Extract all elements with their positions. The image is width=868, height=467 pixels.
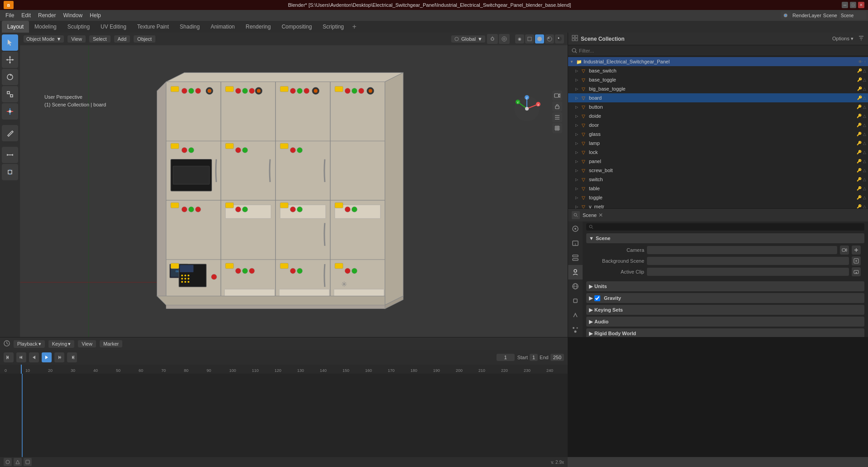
- properties-search-btn[interactable]: [572, 211, 580, 219]
- prop-tab-scene[interactable]: [568, 265, 583, 279]
- object-menu[interactable]: Object: [134, 35, 155, 43]
- rigid-body-world-header[interactable]: ▶ Rigid Body World: [586, 328, 864, 337]
- item-expand-12[interactable]: ▷: [575, 169, 581, 173]
- solid-shading[interactable]: [535, 34, 544, 43]
- jump-start-btn[interactable]: [4, 352, 14, 362]
- camera-picker-btn[interactable]: [840, 246, 849, 255]
- select-tool[interactable]: [2, 34, 18, 51]
- snap-toggle[interactable]: [487, 34, 498, 44]
- measure-tool[interactable]: [2, 147, 18, 163]
- outliner-item-lock[interactable]: ▷ ▽ lock 🔑 △: [568, 148, 868, 157]
- rendered-shading[interactable]: [555, 34, 564, 43]
- add-primitive-tool[interactable]: [2, 164, 18, 180]
- item-expand-8[interactable]: ▷: [575, 132, 581, 136]
- menu-file[interactable]: File: [2, 11, 18, 19]
- vis-icon[interactable]: △: [863, 68, 866, 73]
- menu-render[interactable]: Render: [34, 11, 59, 19]
- navigation-gizmo[interactable]: X Y Z: [513, 95, 540, 122]
- restrict-icon-3[interactable]: 🔑: [857, 87, 862, 91]
- item-expand-4[interactable]: ▷: [575, 96, 581, 100]
- vis-icon-3[interactable]: △: [863, 87, 866, 91]
- outliner-item-switch[interactable]: ▷ ▽ switch 🔑 △: [568, 175, 868, 184]
- item-expand-11[interactable]: ▷: [575, 159, 581, 164]
- grid-toggle[interactable]: [552, 123, 562, 133]
- scene-section-header[interactable]: ▼ Scene: [586, 233, 864, 243]
- scene-collection-item[interactable]: ▼ 📁 Industrial_Electrical_Switchgear_Pan…: [568, 57, 868, 66]
- prop-tab-render[interactable]: [568, 221, 583, 236]
- bg-scene-picker-btn[interactable]: [852, 256, 861, 265]
- play-forward-btn[interactable]: [42, 352, 52, 362]
- close-button[interactable]: ✕: [858, 2, 864, 8]
- item-expand-base-switch[interactable]: ▷: [575, 69, 581, 73]
- xray-toggle[interactable]: [525, 34, 534, 43]
- lock-object-btn[interactable]: [552, 101, 562, 111]
- overlay-dropdown[interactable]: ◉: [515, 34, 524, 43]
- outliner-item-toggle[interactable]: ▷ ▽ toggle 🔑 △: [568, 193, 868, 202]
- gravity-checkbox[interactable]: [594, 295, 600, 301]
- item-expand-16[interactable]: ▷: [575, 205, 581, 209]
- item-expand-13[interactable]: ▷: [575, 178, 581, 182]
- collection-expand[interactable]: ▼: [570, 60, 575, 64]
- sidebar-toggle[interactable]: [552, 112, 562, 122]
- outliner-item-screw-bolt[interactable]: ▷ ▽ screw_bolt 🔑 △: [568, 166, 868, 175]
- timeline-scrubber-area[interactable]: 0 10 20 30 40 50 60 70 80 90 100 110 120…: [0, 365, 568, 467]
- camera-new-btn[interactable]: [852, 246, 861, 255]
- add-menu[interactable]: Add: [114, 35, 130, 43]
- step-back-btn[interactable]: [16, 352, 26, 362]
- outliner-item-button[interactable]: ▷ ▽ button 🔑 △: [568, 102, 868, 111]
- prop-tab-view-layer[interactable]: [568, 250, 583, 265]
- tab-uv-editing[interactable]: UV Editing: [95, 21, 132, 33]
- view-menu-timeline[interactable]: View: [78, 340, 96, 347]
- properties-close-btn[interactable]: ✕: [598, 212, 604, 218]
- item-expand-14[interactable]: ▷: [575, 187, 581, 191]
- outliner-item-door[interactable]: ▷ ▽ door 🔑 △: [568, 120, 868, 130]
- prop-tab-modifier[interactable]: [568, 308, 583, 323]
- status-icon-3[interactable]: [24, 458, 32, 466]
- engine-select[interactable]: [781, 11, 791, 19]
- outliner-item-panel[interactable]: ▷ ▽ panel 🔑 △: [568, 157, 868, 166]
- tab-layout[interactable]: Layout: [2, 21, 29, 33]
- playback-menu[interactable]: Playback ▾: [14, 340, 45, 348]
- item-expand-9[interactable]: ▷: [575, 141, 581, 145]
- scene-selector[interactable]: Scene: [839, 11, 866, 19]
- minimize-button[interactable]: ─: [842, 2, 848, 8]
- mode-selector[interactable]: Object Mode ▼: [24, 35, 64, 43]
- keying-sets-header[interactable]: ▶ Keying Sets: [586, 305, 864, 315]
- prop-tab-output[interactable]: [568, 236, 583, 250]
- maximize-button[interactable]: □: [850, 2, 856, 8]
- prop-tab-object[interactable]: [568, 294, 583, 308]
- tab-texture-paint[interactable]: Texture Paint: [132, 21, 174, 33]
- item-expand-10[interactable]: ▷: [575, 150, 581, 154]
- restrict-icon-2[interactable]: 🔑: [857, 77, 862, 82]
- rotate-tool[interactable]: [2, 69, 18, 85]
- tab-compositing[interactable]: Compositing: [276, 21, 318, 33]
- outliner-item-base-toggle[interactable]: ▷ ▽ base_toggle 🔑 △: [568, 75, 868, 84]
- material-preview[interactable]: [545, 34, 554, 43]
- start-frame-input[interactable]: 1: [530, 354, 538, 361]
- active-clip-picker-btn[interactable]: [852, 267, 861, 276]
- outliner-filter-icon[interactable]: [858, 35, 864, 43]
- tab-sculpting[interactable]: Sculpting: [62, 21, 95, 33]
- select-menu[interactable]: Select: [89, 35, 111, 43]
- scale-tool[interactable]: [2, 86, 18, 102]
- outliner-options[interactable]: Options ▾: [832, 36, 854, 42]
- restrict-icon[interactable]: 🔑: [857, 68, 862, 73]
- step-forward-btn[interactable]: [54, 352, 64, 362]
- outliner-filter-input[interactable]: [579, 48, 864, 53]
- tab-modeling[interactable]: Modeling: [29, 21, 62, 33]
- current-frame-display[interactable]: 1: [497, 354, 515, 361]
- outliner-item-glass[interactable]: ▷ ▽ glass 🔑 △: [568, 130, 868, 139]
- proportional-edit[interactable]: [499, 34, 510, 44]
- menu-help[interactable]: Help: [86, 11, 105, 19]
- outliner-item-v-metr[interactable]: ▷ ▽ v_metr 🔑 △: [568, 202, 868, 208]
- active-clip-value[interactable]: [647, 268, 849, 276]
- units-section-header[interactable]: ▶ Units: [586, 281, 864, 291]
- transform-tool[interactable]: [2, 103, 18, 120]
- outliner-item-lamp[interactable]: ▷ ▽ lamp 🔑 △: [568, 139, 868, 148]
- outliner-item-board[interactable]: ▷ ▽ board 🔑 △: [568, 93, 868, 102]
- outliner-item-big-base-toggle[interactable]: ▷ ▽ big_base_toggle 🔑 △: [568, 84, 868, 93]
- camera-value[interactable]: [647, 246, 837, 254]
- play-reverse-btn[interactable]: [29, 352, 39, 362]
- transform-global[interactable]: Global ▼: [451, 35, 485, 43]
- vis-icon-4[interactable]: △: [863, 96, 866, 100]
